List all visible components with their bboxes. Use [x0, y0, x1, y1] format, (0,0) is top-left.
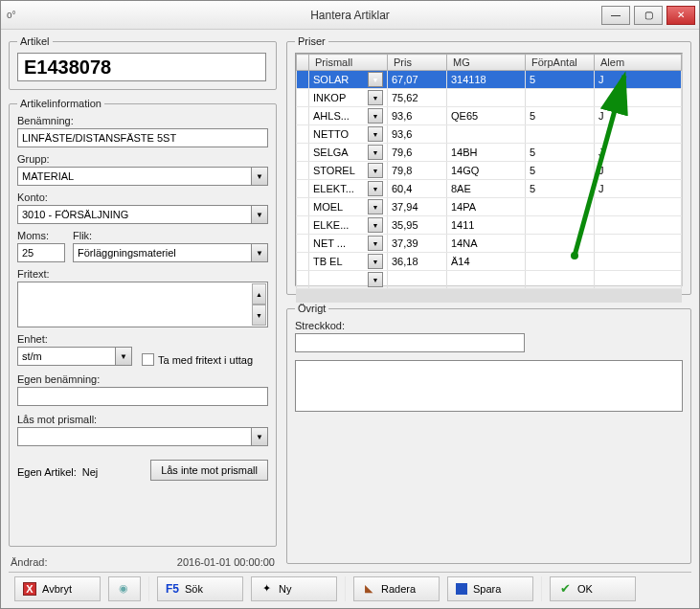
check-icon: ✔: [558, 582, 572, 596]
table-row[interactable]: ▼: [297, 271, 682, 289]
artikel-number-input[interactable]: E1438078: [17, 53, 266, 81]
ovrigt-textarea[interactable]: [295, 360, 683, 412]
titlebar: o° Hantera Artiklar — ▢ ✕: [1, 1, 699, 30]
fritext-input[interactable]: ▲ ▼: [17, 282, 268, 327]
streckkod-label: Streckkod:: [295, 320, 683, 331]
artikelinfo-legend: Artikelinformation: [17, 98, 104, 109]
enhet-label: Enhet:: [17, 333, 132, 345]
enhet-combo[interactable]: st/m ▼: [17, 347, 132, 366]
priser-group: Priser Prismall Pris MG FörpAntal A: [286, 35, 691, 295]
window: o° Hantera Artiklar — ▢ ✕ Artikel E14380…: [0, 0, 700, 609]
minimize-button[interactable]: —: [601, 6, 630, 25]
table-header-row: Prismall Pris MG FörpAntal Alem: [297, 55, 682, 71]
priser-table: Prismall Pris MG FörpAntal Alem SOLAR▼67…: [295, 53, 683, 286]
ovrigt-group: Övrigt Streckkod:: [286, 303, 691, 564]
app-icon: o°: [7, 10, 16, 20]
table-row[interactable]: ELEKT...▼60,48AE5J: [297, 180, 682, 198]
table-row[interactable]: STOREL▼79,814GQ5J: [297, 162, 682, 180]
chevron-down-icon[interactable]: ▼: [115, 348, 131, 365]
flik-combo[interactable]: Förläggningsmateriel ▼: [73, 243, 268, 262]
artikelinfo-group: Artikelinformation Benämning: LINFÄSTE/D…: [9, 98, 277, 547]
table-row[interactable]: NET ...▼37,3914NA: [297, 235, 682, 253]
las-combo[interactable]: ▼: [17, 427, 268, 446]
ovrigt-legend: Övrigt: [295, 303, 328, 314]
chevron-down-icon[interactable]: ▼: [368, 199, 383, 214]
table-row[interactable]: SELGA▼79,614BH5J: [297, 144, 682, 162]
grupp-label: Grupp:: [17, 153, 268, 165]
benamning-label: Benämning:: [17, 115, 268, 126]
maximize-button[interactable]: ▢: [634, 6, 663, 25]
f5-icon: F5: [166, 582, 179, 596]
close-button[interactable]: ✕: [666, 6, 695, 25]
chevron-down-icon[interactable]: ▼: [368, 145, 383, 160]
las-inte-button[interactable]: Lås inte mot prismall: [150, 460, 268, 481]
chevron-down-icon[interactable]: ▼: [368, 254, 383, 269]
ny-button[interactable]: ✦ Ny: [251, 576, 337, 601]
priser-legend: Priser: [295, 35, 328, 47]
moms-input[interactable]: 25: [17, 243, 65, 262]
chevron-down-icon[interactable]: ▼: [368, 217, 383, 233]
table-row[interactable]: TB EL▼36,18Ä14: [297, 253, 682, 271]
new-icon: ✦: [260, 582, 273, 596]
chevron-down-icon[interactable]: ▼: [251, 168, 267, 185]
cancel-icon: X: [23, 582, 36, 596]
chevron-down-icon[interactable]: ▼: [368, 90, 383, 105]
konto-label: Konto:: [17, 192, 268, 203]
radera-button[interactable]: ◣ Radera: [353, 576, 440, 601]
table-row[interactable]: NETTO▼93,6: [297, 125, 682, 144]
flik-label: Flik:: [73, 230, 268, 241]
ta-med-checkbox[interactable]: Ta med fritext i uttag: [142, 353, 253, 366]
moms-label: Moms:: [17, 230, 65, 241]
egen-benamning-input[interactable]: [17, 387, 268, 406]
chevron-down-icon[interactable]: ▼: [251, 206, 267, 223]
table-row[interactable]: ELKE...▼35,951411: [297, 216, 682, 235]
table-scrollbar[interactable]: [296, 289, 682, 303]
spin-down-icon[interactable]: ▼: [252, 304, 266, 326]
chevron-down-icon[interactable]: ▼: [251, 244, 267, 261]
chevron-down-icon[interactable]: ▼: [368, 272, 383, 287]
toolbar: X Avbryt ◉ F5 Sök ✦ Ny ◣ Radera Spa: [9, 572, 691, 604]
chevron-down-icon[interactable]: ▼: [368, 163, 383, 178]
window-title: Hantera Artiklar: [1, 9, 699, 22]
table-row[interactable]: MOEL▼37,9414PA: [297, 198, 682, 216]
benamning-input[interactable]: LINFÄSTE/DISTANSFÄSTE 5ST: [17, 128, 268, 147]
chevron-down-icon[interactable]: ▼: [368, 236, 383, 251]
artikel-group: Artikel E1438078: [9, 35, 277, 90]
chevron-down-icon[interactable]: ▼: [251, 428, 267, 445]
changed-row: Ändrad: 2016-01-01 00:00:00: [9, 554, 277, 572]
ok-button[interactable]: ✔ OK: [550, 576, 636, 601]
artikel-legend: Artikel: [17, 35, 53, 47]
avbryt-button[interactable]: X Avbryt: [14, 576, 101, 601]
egen-benamning-label: Egen benämning:: [17, 373, 268, 385]
chevron-down-icon[interactable]: ▼: [368, 72, 383, 87]
db-button[interactable]: ◉: [108, 576, 141, 601]
chevron-down-icon[interactable]: ▼: [368, 181, 383, 196]
sok-button[interactable]: F5 Sök: [157, 576, 243, 601]
konto-combo[interactable]: 3010 - FÖRSÄLJNING ▼: [17, 205, 268, 224]
spara-button[interactable]: Spara: [447, 576, 533, 601]
database-icon: ◉: [117, 582, 130, 596]
table-row[interactable]: AHLS...▼93,6QE655J: [297, 107, 682, 125]
spin-up-icon[interactable]: ▲: [252, 283, 266, 304]
fritext-label: Fritext:: [17, 268, 268, 280]
las-label: Lås mot prismall:: [17, 414, 268, 425]
save-icon: [456, 583, 467, 595]
eraser-icon: ◣: [362, 582, 375, 596]
table-row[interactable]: INKOP▼75,62: [297, 89, 682, 107]
egen-artikel-readonly: Egen Artikel: Nej: [17, 466, 98, 478]
chevron-down-icon[interactable]: ▼: [368, 126, 383, 142]
table-row[interactable]: SOLAR▼67,073141185J: [297, 71, 682, 89]
grupp-combo[interactable]: MATERIAL ▼: [17, 167, 268, 186]
streckkod-input[interactable]: [295, 333, 525, 352]
chevron-down-icon[interactable]: ▼: [368, 108, 383, 124]
